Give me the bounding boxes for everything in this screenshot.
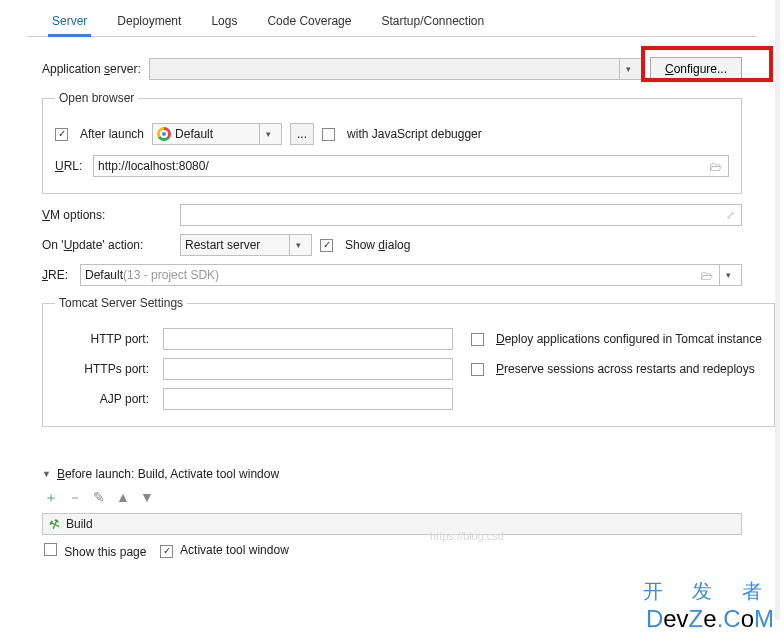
ajp-port-label: AJP port: [55,392,155,406]
http-port-label: HTTP port: [55,332,155,346]
activate-tool-window-checkbox[interactable] [160,545,173,558]
after-launch-label: After launch [80,127,144,141]
jre-label: JRE: [42,268,72,282]
tomcat-settings-legend: Tomcat Server Settings [55,296,187,310]
chevron-down-icon: ▾ [259,124,277,144]
config-tabs: Server Deployment Logs Code Coverage Sta… [28,0,756,37]
configure-button[interactable]: Configure... [650,57,742,81]
https-port-input[interactable] [163,358,453,380]
show-this-page-label: Show this page [64,545,146,559]
js-debugger-checkbox[interactable] [322,128,335,141]
tomcat-settings-group: Tomcat Server Settings HTTP port: Deploy… [42,296,775,427]
expand-icon[interactable]: ⤢ [726,209,735,222]
browse-icon[interactable]: 🗁 [700,268,713,283]
on-update-action-label: On 'Update' action: [42,238,172,252]
js-debugger-label: with JavaScript debugger [347,127,482,141]
vm-options-input[interactable]: ⤢ [180,204,742,226]
application-server-label: Application server: [42,62,141,76]
https-port-label: HTTPs port: [55,362,155,376]
preserve-sessions-checkbox[interactable] [471,363,484,376]
tab-server[interactable]: Server [48,10,91,36]
hammer-icon: ⚒ [47,516,62,533]
http-port-input[interactable] [163,328,453,350]
activate-tool-window-label: Activate tool window [180,543,289,557]
open-browser-group: Open browser After launch Default ▾ ... … [42,91,742,194]
triangle-down-icon: ▼ [42,469,51,479]
edit-task-button[interactable]: ✎ [92,489,106,507]
tab-code-coverage[interactable]: Code Coverage [263,10,355,36]
add-task-button[interactable]: ＋ [44,489,58,507]
browser-options-button[interactable]: ... [290,123,314,145]
before-launch-toolbar: ＋ － ✎ ▲ ▼ [42,483,742,513]
jre-dropdown[interactable]: Default (13 - project SDK) 🗁 ▾ [80,264,742,286]
chevron-down-icon: ▾ [619,59,637,79]
chrome-icon [157,127,171,141]
deploy-apps-checkbox[interactable] [471,333,484,346]
after-launch-checkbox[interactable] [55,128,68,141]
url-input[interactable]: http://localhost:8080/ 🗁 [93,155,729,177]
chevron-down-icon: ▾ [719,265,737,285]
chevron-down-icon: ▾ [289,235,307,255]
tab-logs[interactable]: Logs [207,10,241,36]
tab-deployment[interactable]: Deployment [113,10,185,36]
ajp-port-input[interactable] [163,388,453,410]
application-server-dropdown[interactable]: ▾ [149,58,642,80]
open-browser-legend: Open browser [55,91,138,105]
before-launch-toggle[interactable]: ▼ Before launch: Build, Activate tool wi… [42,465,742,483]
preserve-sessions-label: Preserve sessions across restarts and re… [496,362,755,376]
tab-startup-connection[interactable]: Startup/Connection [377,10,488,36]
url-label: URL: [55,159,85,173]
show-dialog-checkbox[interactable] [320,239,333,252]
deploy-apps-label: Deploy applications configured in Tomcat… [496,332,762,346]
on-update-action-dropdown[interactable]: Restart server ▾ [180,234,312,256]
move-up-button[interactable]: ▲ [116,489,130,507]
move-down-button[interactable]: ▼ [140,489,154,507]
show-dialog-label: Show dialog [345,238,410,252]
browser-dropdown[interactable]: Default ▾ [152,123,282,145]
remove-task-button[interactable]: － [68,489,82,507]
show-this-page-checkbox[interactable] [44,543,57,556]
before-launch-item-build[interactable]: ⚒ Build [42,513,742,535]
browse-icon[interactable]: 🗁 [709,159,722,174]
watermark-logo: 开 发 者 DevZe.CoM [643,578,774,633]
vm-options-label: VM options: [42,208,172,222]
